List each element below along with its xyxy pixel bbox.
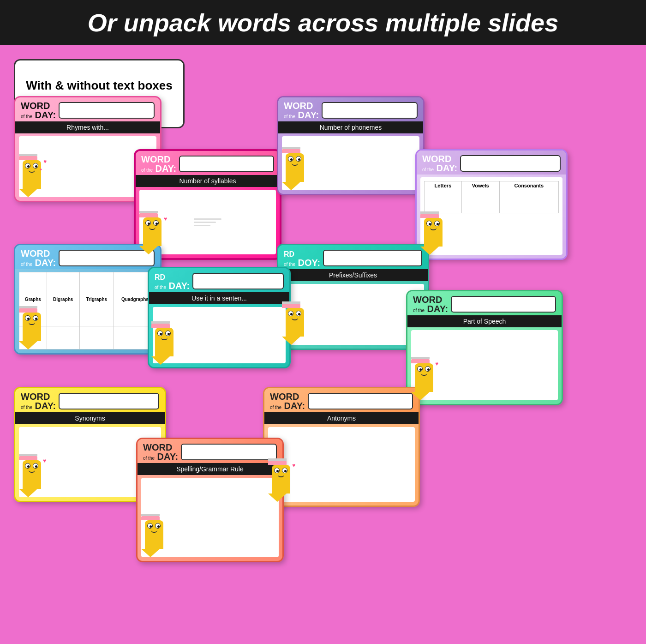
col-letters: Letters: [425, 181, 462, 190]
word-input-letters[interactable]: [460, 155, 561, 172]
card-graphs: WORD of the DAY: Graphs Digraphs Trigrap…: [14, 244, 162, 355]
card-spelling: WORD of the DAY: Spelling/Grammar Rule: [136, 438, 284, 562]
card-phonemes-label: Number of phonemes: [278, 121, 423, 133]
col-trigraphs: Trigraphs: [79, 272, 114, 326]
word-input-synonyms[interactable]: [59, 393, 159, 409]
word-input-antonyms[interactable]: [308, 393, 413, 409]
card-syllables: WORD of the DAY: Number of syllables: [134, 149, 281, 260]
card-phonemes-header: WORD of the DAY:: [278, 97, 423, 121]
word-input-prefixes[interactable]: [323, 250, 422, 266]
card-phonemes: WORD of the DAY: Number of phonemes: [277, 96, 425, 195]
header-bar: Or unpack words across multiple slides: [0, 0, 646, 45]
mascot-pos: ♥: [411, 357, 437, 400]
wod-label-antonyms: WORD of the DAY:: [270, 392, 305, 410]
wod-label-graphs: WORD of the DAY:: [21, 249, 56, 267]
card-antonyms: WORD of the DAY: Antonyms: [263, 387, 420, 507]
word-input-syllables[interactable]: [179, 156, 274, 172]
mascot-rhymes: ♥ ♥: [19, 154, 44, 197]
word-input-rhymes[interactable]: [59, 102, 155, 119]
mascot-prefixes: [282, 301, 307, 345]
wod-label: WORD of the DAY:: [21, 101, 56, 120]
word-input-pos[interactable]: [451, 296, 556, 313]
wod-label-sentence: RD of the DAY:: [155, 272, 190, 290]
mascot-syllables: ♥: [139, 211, 165, 254]
wod-label-spelling: WORD of the DAY:: [143, 443, 178, 461]
card-sentence-label: Use it in a senten...: [149, 292, 289, 304]
card-syllables-header: WORD of the DAY:: [136, 151, 280, 175]
letters-table: Letters Vowels Consonants: [424, 181, 559, 213]
wod-label-syllables: WORD of the DAY:: [141, 155, 176, 173]
wod-label-pos: WORD of the DAY:: [413, 295, 448, 313]
mascot-phonemes: [282, 147, 307, 190]
word-input-spelling[interactable]: [181, 444, 277, 460]
card-graphs-header: WORD of the DAY:: [15, 245, 160, 269]
card-letters: WORD of the DAY: Letters Vowels Consonan…: [415, 149, 568, 260]
wod-label-prefixes: RD of the DOY:: [284, 249, 320, 267]
card-antonyms-label: Antonyms: [264, 412, 419, 424]
col-vowels: Vowels: [461, 181, 499, 190]
mascot-antonyms: ♥: [268, 458, 293, 502]
word-input-sentence[interactable]: [192, 273, 284, 289]
card-synonyms-header: WORD of the DAY:: [15, 388, 165, 412]
wod-label-phonemes: WORD of the DAY:: [284, 101, 319, 120]
mascot-letters: [420, 211, 446, 255]
card-rhymes-label: Rhymes with...: [15, 121, 160, 133]
mascot-synonyms: ♥: [19, 454, 44, 497]
card-letters-header: WORD of the DAY:: [417, 150, 566, 175]
col-digraphs: Digraphs: [47, 272, 79, 326]
card-syllables-label: Number of syllables: [136, 175, 280, 187]
card-pos-label: Part of Speech: [407, 315, 562, 327]
word-input-phonemes[interactable]: [322, 102, 418, 119]
mascot-sentence: [151, 321, 177, 365]
card-rhymes-header: WORD of the DAY:: [15, 97, 160, 121]
mascot-spelling: [141, 514, 167, 557]
card-prefixes-header: RD of the DOY:: [278, 245, 428, 269]
card-synonyms-label: Synonyms: [15, 412, 165, 424]
card-antonyms-header: WORD of the DAY:: [264, 388, 419, 412]
main-area: WORD of the DAY: Rhymes with...: [0, 45, 646, 644]
card-pos-header: WORD of the DAY:: [407, 291, 562, 315]
page-title: Or unpack words across multiple slides: [14, 8, 632, 37]
wod-label-synonyms: WORD of the DAY:: [21, 392, 56, 410]
card-spelling-header: WORD of the DAY:: [138, 439, 282, 463]
wod-label-letters: WORD of the DAY:: [422, 154, 457, 173]
col-consonants: Consonants: [499, 181, 559, 190]
mascot-graphs: [19, 306, 44, 349]
card-prefixes-label: Prefixes/Suffixes: [278, 269, 428, 281]
card-pos: WORD of the DAY: Part of Speech: [406, 290, 563, 405]
card-sentence-header: RD of the DAY:: [149, 268, 289, 292]
card-sentence: RD of the DAY: Use it in a senten...: [148, 267, 291, 368]
card-spelling-label: Spelling/Grammar Rule: [138, 463, 282, 475]
